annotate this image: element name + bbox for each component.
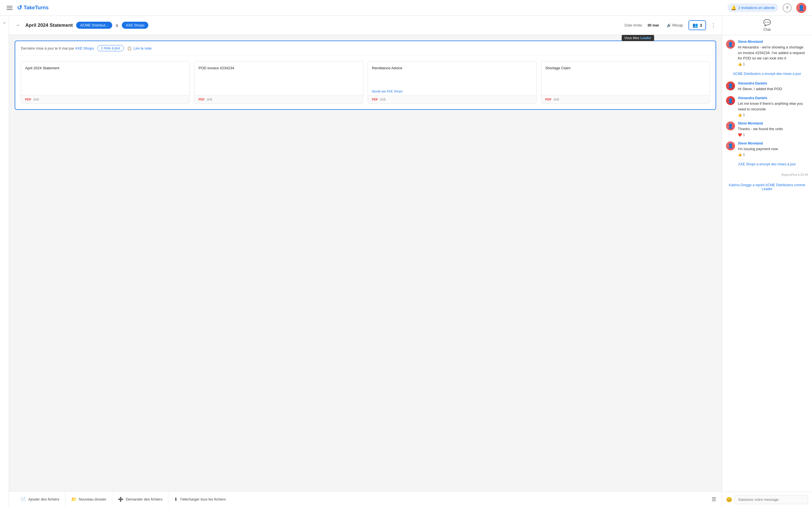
page-title: April 2024 Statement: [26, 22, 73, 28]
message-sender: Alexandra Daniels: [738, 81, 808, 86]
company1-tag[interactable]: ACME Distribut...: [76, 22, 112, 29]
last-update-text: Dernière mise à jour le 6 mai par AXE Sh…: [21, 46, 94, 50]
emoji-button[interactable]: 😊: [726, 497, 732, 503]
read-note-button[interactable]: 📋 Lire la note: [127, 46, 151, 50]
message-avatar: 👤: [726, 81, 735, 91]
company2-tag[interactable]: AXE Shops: [122, 22, 149, 29]
message-timestamp: Aujourd'hui à 15:44: [726, 173, 808, 176]
message-row: 👤 Alexandra Daniels Hi Steve, I added th…: [726, 81, 808, 92]
toolbar-button[interactable]: 📁 Nouveau dossier: [65, 492, 112, 507]
file-footer: PDF 1KB: [21, 95, 190, 103]
file-card[interactable]: April 2024 Statement PDF 1KB: [21, 61, 190, 104]
file-card-body: Remittance Advice Ajouté par AXE Shops: [368, 61, 536, 95]
bell-icon: 🔔: [731, 5, 737, 10]
toolbar-label: Demander des fichiers: [126, 497, 162, 501]
message-text: Thanks - we found the units: [738, 126, 808, 132]
recap-button[interactable]: 🔊 Récap: [667, 23, 683, 27]
file-size: 1KB: [206, 98, 212, 101]
topnav-left: ↺ TakeTurns: [6, 4, 49, 11]
message-reaction[interactable]: 👍 1: [738, 113, 808, 117]
leader-tooltip: Vous êtes Leader: [622, 35, 654, 41]
toolbar-label: Nouveau dossier: [79, 497, 107, 501]
pdf-label: PDF: [545, 98, 552, 101]
update-badge[interactable]: 1 mise à jour: [97, 45, 124, 51]
expand-icon: »: [3, 20, 6, 25]
file-footer: PDF 1KB: [368, 95, 536, 103]
toolbar-label: Ajouter des fichiers: [28, 497, 59, 501]
files-header: Dernière mise à jour le 6 mai par AXE Sh…: [15, 41, 716, 55]
toolbar-icon: 📁: [71, 497, 77, 502]
logo[interactable]: ↺ TakeTurns: [17, 4, 49, 11]
toolbar-button[interactable]: ➕ Demander des fichiers: [112, 492, 168, 507]
notifications-badge[interactable]: 🔔 2 invitations en attente: [727, 3, 778, 12]
participants-count: 3: [700, 23, 702, 27]
message-reaction[interactable]: 👍 1: [738, 153, 808, 157]
message-avatar: 👤: [726, 142, 735, 151]
toolbar-label: Télécharger tous les fichiers: [180, 497, 226, 501]
file-card-body: POD invoice #234234: [195, 61, 363, 95]
toolbar-button[interactable]: 📄 Ajouter des fichiers: [15, 492, 65, 507]
system-message: AXE Shops a envoyé des mises à jour: [726, 161, 808, 167]
message-sender: Steve Moreland: [738, 40, 808, 44]
file-card-body: Shortage Claim: [541, 61, 710, 95]
bottom-toolbar: 📄 Ajouter des fichiers 📁 Nouveau dossier…: [9, 491, 722, 507]
file-name: POD invoice #234234: [199, 66, 234, 70]
files-card: Dernière mise à jour le 6 mai par AXE Sh…: [15, 41, 716, 110]
message-row: 👤 Steve Moreland I'm issuing payment now…: [726, 142, 808, 157]
chat-panel: 💬 Chat 👤 Steve Moreland Hi Alexandra - w…: [722, 16, 812, 507]
more-button[interactable]: ⋮: [711, 22, 716, 29]
message-row: 👤 Alexandra Daniels Let me know if there…: [726, 96, 808, 117]
chat-header: 💬 Chat: [722, 16, 812, 35]
leader-label: Leader: [640, 36, 651, 40]
chat-input-area: 😊: [722, 492, 812, 507]
chat-label: Chat: [763, 27, 770, 32]
user-avatar[interactable]: 👤: [796, 3, 806, 13]
toolbar-button[interactable]: ⬇ Télécharger tous les fichiers: [168, 492, 232, 507]
logo-text: TakeTurns: [24, 5, 49, 11]
file-card[interactable]: Shortage Claim PDF 1KB: [541, 61, 710, 104]
message-content: Steve Moreland Thanks - we found the uni…: [738, 121, 808, 137]
back-button[interactable]: ←: [15, 21, 22, 29]
participants-button[interactable]: 👥 3: [689, 20, 706, 30]
message-avatar: 👤: [726, 96, 735, 105]
file-footer: PDF 1KB: [541, 95, 710, 103]
message-avatar: 👤: [726, 40, 735, 49]
file-size: 1KB: [553, 98, 559, 101]
message-sender: Steve Moreland: [738, 142, 808, 145]
file-card[interactable]: Remittance Advice Ajouté par AXE Shops P…: [368, 61, 537, 104]
file-card[interactable]: POD invoice #234234 PDF 1KB: [194, 61, 363, 104]
pdf-label: PDF: [199, 98, 205, 101]
message-reaction[interactable]: ❤️ 1: [738, 133, 808, 137]
files-grid: April 2024 Statement PDF 1KB POD invoice…: [15, 55, 716, 109]
chat-icon: 💬: [763, 19, 771, 26]
files-section: Dernière mise à jour le 6 mai par AXE Sh…: [9, 35, 722, 491]
file-size: 1KB: [380, 98, 386, 101]
chat-input[interactable]: [734, 495, 808, 504]
toolbar-icon: ➕: [118, 497, 123, 502]
message-reaction[interactable]: 👍 1: [738, 62, 808, 66]
hamburger-menu[interactable]: [6, 5, 13, 11]
recap-icon: 🔊: [667, 23, 671, 27]
file-added-by: Ajouté par AXE Shops: [372, 90, 532, 93]
file-footer: PDF 1KB: [195, 95, 363, 103]
message-content: Alexandra Daniels Let me know if there's…: [738, 96, 808, 117]
message-row: 👤 Steve Moreland Thanks - we found the u…: [726, 121, 808, 137]
file-name: April 2024 Statement: [25, 66, 59, 70]
file-size: 1KB: [33, 98, 39, 101]
content-area: Vous êtes Leader ← April 2024 Statement …: [9, 16, 722, 507]
expand-toggle[interactable]: »: [0, 16, 9, 507]
system-message: ACME Distributors a envoyé des mises à j…: [726, 71, 808, 77]
page-header: ← April 2024 Statement ACME Distribut...…: [9, 16, 722, 35]
help-button[interactable]: ?: [783, 3, 792, 12]
message-content: Steve Moreland Hi Alexandra - we're show…: [738, 40, 808, 66]
toolbar-icon: 📄: [20, 497, 26, 502]
top-navigation: ↺ TakeTurns 🔔 2 invitations en attente ?…: [0, 0, 812, 16]
message-sender: Alexandra Daniels: [738, 96, 808, 100]
deadline-label: Date limite:: [624, 23, 643, 27]
toolbar-more[interactable]: ☰: [712, 496, 716, 503]
last-update-link[interactable]: AXE Shops: [75, 46, 94, 50]
message-content: Steve Moreland I'm issuing payment now 👍…: [738, 142, 808, 157]
file-card-body: April 2024 Statement: [21, 61, 190, 95]
topnav-right: 🔔 2 invitations en attente ? 👤: [727, 3, 806, 13]
message-text: Hi Steve, I added that POD: [738, 86, 808, 92]
